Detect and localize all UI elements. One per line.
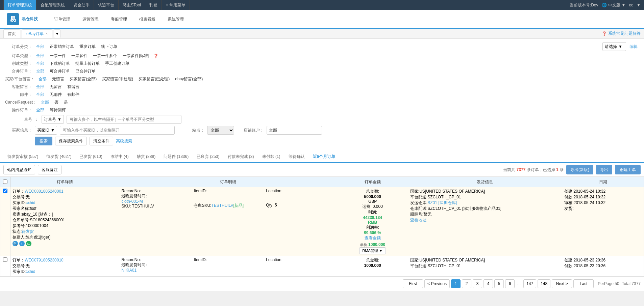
page-3-button[interactable]: 3 — [473, 279, 482, 288]
menu-item-system[interactable]: 系统管理 — [162, 10, 190, 29]
row1-buyer-id[interactable]: cxhid — [26, 200, 35, 205]
cancel-yes[interactable]: 是 — [63, 100, 69, 105]
row2-checkbox-cell[interactable] — [0, 256, 10, 276]
row1-warehouse-sku[interactable]: TESTHUILV — [211, 203, 233, 208]
buyer-remark-none[interactable]: 无留言 — [51, 76, 66, 82]
buyer-remark-unhandled[interactable]: 买家留言(未处理) — [101, 76, 134, 82]
status-tab-shipped[interactable]: 已发货 (610) — [75, 151, 106, 163]
notify-button[interactable]: 站内消息通知 — [3, 165, 35, 174]
buyer-remark-all2[interactable]: 买家留言(全部) — [68, 76, 98, 82]
buyer-remark-all[interactable]: 全部 — [37, 76, 48, 82]
row1-info-icon[interactable]: ℹ — [19, 241, 25, 246]
shop-account-input[interactable] — [267, 126, 322, 135]
top-nav-item-finance[interactable]: 资金助手 — [69, 0, 94, 10]
order-type-all[interactable]: 全部 — [35, 44, 46, 50]
last-page-button[interactable]: Last — [573, 279, 594, 288]
menu-item-report[interactable]: 报表看板 — [133, 10, 162, 29]
export-new-button[interactable]: 导出(新版) — [566, 165, 593, 174]
create-type-download[interactable]: 下载的订单 — [48, 61, 71, 66]
order-no-type-select[interactable]: 订单号 ▼ — [42, 115, 64, 124]
top-nav-item-match[interactable]: 合配管理系统 — [36, 0, 69, 10]
page-6-button[interactable]: 6 — [505, 279, 515, 288]
clear-button[interactable]: 清空条件 — [90, 137, 113, 145]
page-2-button[interactable]: 2 — [462, 279, 471, 288]
type-select-dropdown[interactable]: 请选择 ▼ — [602, 42, 626, 51]
tab-ebay[interactable]: eBay订单 × — [22, 29, 52, 38]
save-search-button[interactable]: 保存搜索条件 — [55, 137, 87, 145]
create-type-batch[interactable]: 批量上传订单 — [74, 61, 101, 66]
menu-item-operation[interactable]: 运营管理 — [76, 10, 105, 29]
top-nav-item-track[interactable]: 轨迹平台 — [94, 0, 119, 10]
page-1-button[interactable]: 1 — [451, 279, 461, 288]
order-type-offline[interactable]: 线下订单 — [100, 44, 119, 50]
page-4-button[interactable]: 4 — [484, 279, 493, 288]
row1-view-address[interactable]: 查看地址 — [410, 218, 426, 222]
model-type-all[interactable]: 全部 — [35, 53, 46, 59]
search-button[interactable]: 搜索 — [35, 137, 52, 145]
station-select[interactable]: 全部 — [207, 126, 234, 135]
status-tab-wait-confirm[interactable]: 等待确认 — [284, 151, 309, 163]
model-type-one-one[interactable]: 一票一件 — [48, 53, 67, 59]
status-tab-unpaid-incomplete[interactable]: 付款未完成 (3) — [224, 151, 258, 163]
attachment-none[interactable]: 无邮件 — [48, 92, 63, 98]
export-button[interactable]: 导出 — [596, 165, 612, 174]
page-5-button[interactable]: 5 — [494, 279, 504, 288]
buyer-remark-handled[interactable]: 买家留言(已处理) — [137, 76, 171, 82]
user-label[interactable]: ec — [629, 3, 633, 7]
cancel-all[interactable]: 全部 — [40, 100, 50, 105]
order-no-input[interactable] — [67, 115, 181, 124]
row2-buyer-id[interactable]: cxhid — [26, 269, 35, 274]
buyer-remark-ebay[interactable]: ebay留言(全部) — [174, 76, 204, 82]
status-tab-oos[interactable]: 缺货 (888) — [133, 151, 159, 163]
attachment-all[interactable]: 全部 — [35, 92, 46, 98]
row1-view-details[interactable]: 查看金额 — [365, 235, 381, 240]
top-nav-item-common[interactable]: ≡ 常用菜单 — [162, 0, 190, 10]
menu-item-order[interactable]: 订单管理 — [48, 10, 76, 29]
top-nav-item-crawler[interactable]: 爬虫STool — [119, 0, 145, 10]
menu-item-customer[interactable]: 客服管理 — [105, 10, 133, 29]
row1-order-id[interactable]: WEC0881805240001 — [25, 189, 64, 194]
attachment-has[interactable]: 有邮件 — [66, 92, 81, 98]
row2-cloth-link[interactable]: NIKIA01 — [121, 268, 137, 273]
create-order-button[interactable]: 创建工单 — [615, 165, 641, 174]
model-type-multi-one[interactable]: 一票一件多个 — [92, 53, 119, 59]
status-tab-recent[interactable]: 近6个月订单 — [309, 151, 340, 163]
buyer-info-input[interactable] — [60, 126, 175, 135]
merge-can[interactable]: 可合并订单 — [48, 68, 71, 74]
model-type-one-many[interactable]: 一票多件 — [70, 53, 89, 59]
action-all[interactable]: 全部 — [35, 107, 46, 113]
select-all-checkbox[interactable] — [3, 179, 7, 184]
language-selector[interactable]: 🌐 中文版 ▼ — [602, 2, 626, 8]
page-147-button[interactable]: 147 — [523, 279, 536, 288]
page-148-button[interactable]: 148 — [538, 279, 550, 288]
table-header-checkbox[interactable] — [0, 177, 10, 187]
prev-page-button[interactable]: < Previous — [424, 279, 450, 288]
model-type-standard[interactable]: 一票多件[标准] — [121, 53, 151, 59]
edit-filter-btn[interactable]: 编辑 — [628, 44, 639, 50]
status-tab-frozen[interactable]: 冻结中 (4) — [106, 151, 133, 163]
top-nav-item-order[interactable]: 订单管理系统 — [3, 0, 36, 10]
customer-remark-all[interactable]: 全部 — [35, 84, 46, 90]
buyer-info-type-select[interactable]: 买家ID ▼ — [35, 126, 57, 135]
tab-close-icon[interactable]: × — [46, 29, 48, 38]
row1-search-icon[interactable]: 🔍 — [13, 241, 18, 246]
row1-cloth-link[interactable]: cloth-001-M — [121, 199, 143, 204]
create-type-manual[interactable]: 手工创建订单 — [104, 61, 131, 66]
status-tab-pending-ship[interactable]: 待发货 (4627) — [42, 151, 75, 163]
top-nav-item-list[interactable]: 刊登 — [145, 0, 162, 10]
model-type-help-icon[interactable]: ❓ — [153, 54, 158, 58]
row1-rma-btn[interactable]: RMA管理 ▼ — [359, 247, 386, 254]
create-type-all[interactable]: 全部 — [35, 61, 46, 66]
tab-dropdown[interactable]: ▼ — [54, 29, 60, 38]
advanced-search-link[interactable]: 高级搜索 — [116, 138, 132, 144]
merge-done[interactable]: 已合并订单 — [74, 68, 97, 74]
status-tab-pending-review[interactable]: 待发货审核 (557) — [3, 151, 42, 163]
order-type-normal[interactable]: 正常销售订单 — [48, 44, 75, 50]
next-page-button[interactable]: Next > — [552, 279, 572, 288]
row1-checkbox-cell[interactable] — [0, 187, 10, 256]
status-tab-unpaid[interactable]: 未付款 (1) — [258, 151, 284, 163]
customer-remark-has[interactable]: 有留言 — [66, 84, 81, 90]
merge-all[interactable]: 全部 — [35, 68, 46, 74]
order-type-resend[interactable]: 重发订单 — [78, 44, 97, 50]
row2-order-id[interactable]: WEC0791805230010 — [25, 258, 64, 262]
